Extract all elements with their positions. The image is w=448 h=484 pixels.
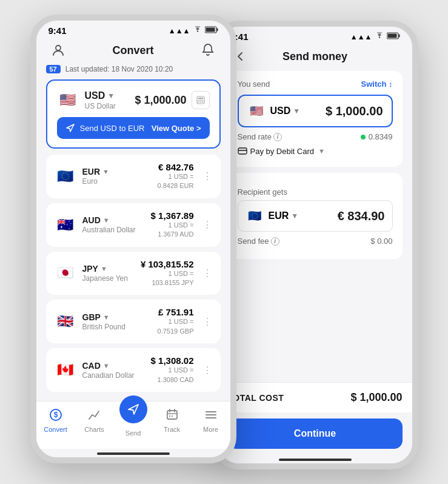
jpy-amount: ¥ 103,815.52 bbox=[141, 259, 194, 269]
tab-track[interactable]: Track bbox=[153, 406, 192, 437]
tab-charts-label: Charts bbox=[84, 426, 104, 433]
eur-menu-icon[interactable]: ⋮ bbox=[202, 170, 212, 182]
svg-rect-8 bbox=[202, 100, 203, 101]
send-usd-eur-btn[interactable]: Send USD to EUR View Quote > bbox=[57, 117, 210, 139]
status-icons-2: ▲▲▲ bbox=[350, 32, 400, 41]
usd-name: US Dollar bbox=[85, 102, 116, 110]
usd-amount: $ 1,000.00 bbox=[135, 94, 186, 107]
aud-amount: $ 1,367.89 bbox=[151, 210, 194, 221]
cad-menu-icon[interactable]: ⋮ bbox=[202, 365, 212, 376]
gbp-menu-icon[interactable]: ⋮ bbox=[202, 316, 212, 328]
you-send-label: You send bbox=[238, 79, 270, 89]
update-badge: 57 bbox=[46, 65, 61, 73]
aud-card[interactable]: 🇦🇺 AUD ▼ Australian Dollar $ 1,367.89 bbox=[46, 203, 221, 247]
svg-point-3 bbox=[56, 45, 61, 50]
sender-amount: $ 1,000.00 bbox=[326, 104, 383, 118]
debit-card-icon bbox=[238, 146, 247, 156]
tab-track-label: Track bbox=[164, 426, 180, 433]
update-bar: 57 Last updated: 18 Nov 2020 10:20 bbox=[46, 65, 221, 73]
aud-name: Australian Dollar bbox=[82, 226, 136, 234]
status-icons-1: ▲▲▲ bbox=[169, 26, 218, 35]
tab-charts[interactable]: Charts bbox=[75, 406, 114, 437]
convert-icon: $ bbox=[47, 406, 64, 423]
pay-dropdown-arrow: ▼ bbox=[318, 147, 325, 155]
recipient-flag: 🇪🇺 bbox=[246, 207, 264, 225]
gbp-flag: 🇬🇧 bbox=[55, 311, 76, 332]
jpy-card[interactable]: 🇯🇵 JPY ▼ Japanese Yen ¥ 103,815.52 bbox=[46, 252, 221, 295]
recipient-amount: € 834.90 bbox=[338, 209, 385, 223]
home-indicator-2 bbox=[218, 455, 412, 463]
placeholder-nav-right bbox=[381, 47, 400, 66]
send-fee-row: Send fee i $ 0.00 bbox=[238, 232, 393, 250]
profile-icon[interactable] bbox=[48, 41, 68, 60]
sender-code: USD bbox=[270, 106, 291, 116]
primary-currency-card[interactable]: 🇺🇸 USD ▼ US Dollar $ 1,000.00 bbox=[46, 79, 221, 149]
svg-rect-11 bbox=[202, 102, 203, 103]
nav-bar-2: Send money bbox=[218, 44, 412, 71]
aud-menu-icon[interactable]: ⋮ bbox=[202, 219, 212, 230]
send-btn-label: Send USD to EUR bbox=[80, 124, 145, 133]
home-indicator-1 bbox=[36, 449, 230, 457]
jpy-menu-icon[interactable]: ⋮ bbox=[202, 267, 212, 279]
svg-rect-9 bbox=[198, 102, 199, 103]
signal-icon-2: ▲▲▲ bbox=[350, 33, 372, 41]
phone2-content: You send Switch ↕ 🇺🇸 USD ▼ bbox=[218, 71, 412, 382]
status-bar-2: 9:41 ▲▲▲ bbox=[218, 27, 412, 44]
recipient-code: EUR bbox=[269, 210, 289, 221]
send-fee-info-icon[interactable]: i bbox=[271, 237, 279, 246]
rate-green-dot bbox=[361, 135, 366, 139]
usd-code: USD bbox=[85, 90, 105, 101]
send-rate-value: 0.8349 bbox=[369, 132, 393, 141]
tab-more-label: More bbox=[203, 426, 218, 433]
jpy-code: JPY bbox=[82, 264, 98, 274]
gbp-rate: 1 USD =0.7519 GBP bbox=[158, 317, 194, 336]
bell-icon[interactable] bbox=[198, 41, 218, 60]
usd-flag: 🇺🇸 bbox=[57, 89, 79, 111]
wifi-icon bbox=[193, 26, 202, 35]
wifi-icon-2 bbox=[375, 32, 384, 41]
continue-button[interactable]: Continue bbox=[228, 418, 403, 449]
svg-rect-24 bbox=[398, 35, 400, 38]
send-rate-row: Send rate i 0.8349 bbox=[238, 127, 393, 146]
view-quote-btn[interactable]: View Quote > bbox=[152, 124, 201, 133]
aud-flag: 🇦🇺 bbox=[55, 214, 76, 236]
pay-by-label: Pay by Debit Card bbox=[250, 147, 315, 156]
nav-bar-1: Convert bbox=[36, 38, 230, 65]
svg-rect-14 bbox=[167, 411, 177, 419]
tab-convert[interactable]: $ Convert bbox=[36, 406, 75, 437]
tab-bar-1: $ Convert Charts bbox=[36, 401, 230, 449]
usd-dropdown-arrow: ▼ bbox=[107, 92, 115, 100]
aud-code: AUD bbox=[82, 215, 101, 225]
gbp-name: British Pound bbox=[82, 323, 125, 331]
svg-rect-5 bbox=[198, 98, 203, 99]
send-rate-label: Send rate bbox=[238, 132, 272, 141]
cad-rate: 1 USD =1.3080 CAD bbox=[151, 366, 194, 385]
tab-more[interactable]: More bbox=[192, 406, 230, 437]
jpy-name: Japanese Yen bbox=[82, 274, 128, 283]
eur-amount: € 842.76 bbox=[158, 162, 194, 172]
svg-rect-1 bbox=[216, 29, 218, 32]
cad-card[interactable]: 🇨🇦 CAD ▼ Canadian Dollar $ 1,308.02 bbox=[46, 348, 221, 392]
aud-rate: 1 USD =1.3679 AUD bbox=[151, 221, 194, 240]
svg-rect-2 bbox=[206, 28, 215, 32]
tab-convert-label: Convert bbox=[44, 426, 67, 433]
phone-send-money: 9:41 ▲▲▲ bbox=[212, 21, 418, 469]
tab-send[interactable]: Send bbox=[114, 406, 153, 437]
eur-rate: 1 USD =0.8428 EUR bbox=[158, 172, 194, 191]
switch-btn[interactable]: Switch ↕ bbox=[361, 79, 392, 89]
cad-code: CAD bbox=[82, 361, 101, 371]
total-cost-value: $ 1,000.00 bbox=[350, 391, 402, 404]
tab-send-label: Send bbox=[125, 429, 141, 437]
svg-rect-26 bbox=[238, 148, 247, 154]
eur-code: EUR bbox=[82, 167, 101, 176]
gbp-amount: £ 751.91 bbox=[158, 307, 194, 317]
send-rate-info-icon[interactable]: i bbox=[273, 133, 282, 141]
svg-rect-10 bbox=[200, 102, 201, 103]
send-fee-label: Send fee bbox=[238, 237, 269, 246]
gbp-card[interactable]: 🇬🇧 GBP ▼ British Pound £ 751.91 1 bbox=[46, 300, 221, 343]
pay-method-row[interactable]: Pay by Debit Card ▼ bbox=[238, 146, 393, 158]
track-icon bbox=[164, 406, 181, 423]
recipient-currency-row[interactable]: 🇪🇺 EUR ▼ € 834.90 bbox=[238, 200, 393, 232]
eur-card[interactable]: 🇪🇺 EUR ▼ Euro € 842.76 1 USD =0.8 bbox=[46, 155, 221, 198]
calculator-icon[interactable] bbox=[192, 91, 210, 109]
